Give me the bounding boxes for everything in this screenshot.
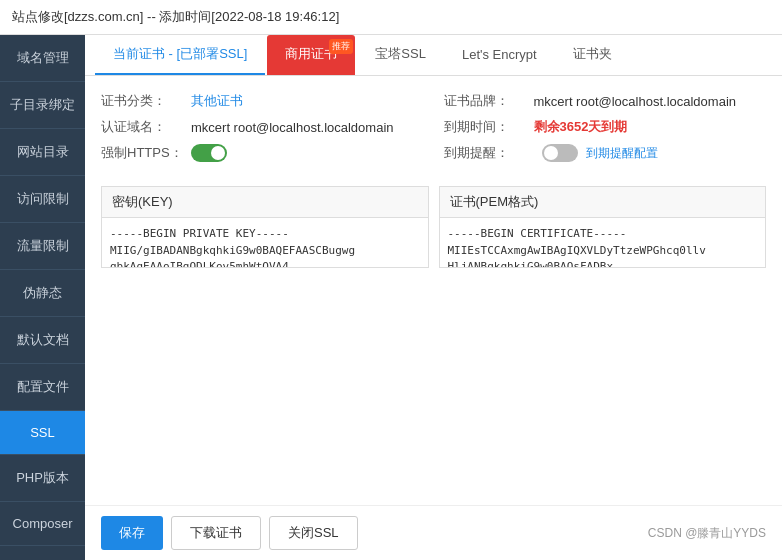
- remind-toggle[interactable]: [542, 144, 578, 162]
- expire-label: 到期时间：: [444, 118, 534, 136]
- key-panel: 密钥(KEY): [101, 186, 429, 268]
- sidebar-item-子目录绑定[interactable]: 子目录绑定: [0, 82, 85, 129]
- tab-证书夹[interactable]: 证书夹: [555, 35, 630, 75]
- sidebar-item-域名管理[interactable]: 域名管理: [0, 35, 85, 82]
- info-section: 证书分类： 其他证书 认证域名： mkcert root@localhost.l…: [101, 92, 766, 170]
- main-layout: 域名管理子目录绑定网站目录访问限制流量限制伪静态默认文档配置文件SSLPHP版本…: [0, 35, 782, 560]
- sidebar-item-PHP版本[interactable]: PHP版本: [0, 455, 85, 502]
- tab-badge: 推荐: [329, 39, 353, 54]
- https-row: 强制HTTPS：: [101, 144, 424, 162]
- sidebar-item-流量限制[interactable]: 流量限制: [0, 223, 85, 270]
- cert-textarea[interactable]: [440, 218, 766, 267]
- content-area: 当前证书 - [已部署SSL]商用证书推荐宝塔SSLLet's Encrypt证…: [85, 35, 782, 560]
- toggle-track: [191, 144, 227, 162]
- sidebar-item-SSL[interactable]: SSL: [0, 411, 85, 455]
- panel: 证书分类： 其他证书 认证域名： mkcert root@localhost.l…: [85, 76, 782, 505]
- category-value: 其他证书: [191, 92, 243, 110]
- tab-当前证书-[已部署SSL][interactable]: 当前证书 - [已部署SSL]: [95, 35, 265, 75]
- brand-value: mkcert root@localhost.localdomain: [534, 94, 737, 109]
- remind-row: 到期提醒： 到期提醒配置: [444, 144, 767, 162]
- save-button[interactable]: 保存: [101, 516, 163, 550]
- remind-toggle-track: [542, 144, 578, 162]
- bottom-bar: 保存 下载证书 关闭SSL CSDN @滕青山YYDS: [85, 505, 782, 560]
- cert-panel: 证书(PEM格式): [439, 186, 767, 268]
- sidebar-item-默认文档[interactable]: 默认文档: [0, 317, 85, 364]
- https-toggle[interactable]: [191, 144, 227, 162]
- sidebar-item-配置文件[interactable]: 配置文件: [0, 364, 85, 411]
- sidebar-item-访问限制[interactable]: 访问限制: [0, 176, 85, 223]
- tab-Let'sEncrypt[interactable]: Let's Encrypt: [444, 37, 555, 74]
- title-bar: 站点修改[dzzs.com.cn] -- 添加时间[2022-08-18 19:…: [0, 0, 782, 35]
- https-label: 强制HTTPS：: [101, 144, 191, 162]
- info-right: 证书品牌： mkcert root@localhost.localdomain …: [444, 92, 767, 170]
- remind-label: 到期提醒：: [444, 144, 534, 162]
- brand-label: 证书品牌：: [444, 92, 534, 110]
- category-label: 证书分类：: [101, 92, 191, 110]
- close-ssl-button[interactable]: 关闭SSL: [269, 516, 358, 550]
- tabs-bar: 当前证书 - [已部署SSL]商用证书推荐宝塔SSLLet's Encrypt证…: [85, 35, 782, 76]
- key-textarea[interactable]: [102, 218, 428, 267]
- tab-宝塔SSL[interactable]: 宝塔SSL: [357, 35, 444, 75]
- toggle-thumb: [211, 146, 225, 160]
- key-panel-header: 密钥(KEY): [102, 187, 428, 218]
- title-text: 站点修改[dzzs.com.cn] -- 添加时间[2022-08-18 19:…: [12, 9, 339, 24]
- brand-row: 证书品牌： mkcert root@localhost.localdomain: [444, 92, 767, 110]
- category-row: 证书分类： 其他证书: [101, 92, 424, 110]
- tab-商用证书[interactable]: 商用证书推荐: [267, 35, 355, 75]
- cert-panels-wrapper: rootCA-key.pem rootCA.pem 密钥(KEY) 证书(PEM…: [101, 186, 766, 268]
- sidebar-item-Tomcat[interactable]: Tomcat: [0, 546, 85, 560]
- cert-panel-header: 证书(PEM格式): [440, 187, 766, 218]
- sidebar-item-Composer[interactable]: Composer: [0, 502, 85, 546]
- credit-text: CSDN @滕青山YYDS: [648, 525, 766, 542]
- download-button[interactable]: 下载证书: [171, 516, 261, 550]
- domain-value: mkcert root@localhost.localdomain: [191, 120, 394, 135]
- sidebar-item-伪静态[interactable]: 伪静态: [0, 270, 85, 317]
- remind-toggle-thumb: [544, 146, 558, 160]
- button-group: 保存 下载证书 关闭SSL: [101, 516, 358, 550]
- remind-link[interactable]: 到期提醒配置: [586, 145, 658, 162]
- domain-label: 认证域名：: [101, 118, 191, 136]
- expire-value: 剩余3652天到期: [534, 118, 628, 136]
- domain-row: 认证域名： mkcert root@localhost.localdomain: [101, 118, 424, 136]
- sidebar-item-网站目录[interactable]: 网站目录: [0, 129, 85, 176]
- expire-row: 到期时间： 剩余3652天到期: [444, 118, 767, 136]
- info-left: 证书分类： 其他证书 认证域名： mkcert root@localhost.l…: [101, 92, 424, 170]
- sidebar: 域名管理子目录绑定网站目录访问限制流量限制伪静态默认文档配置文件SSLPHP版本…: [0, 35, 85, 560]
